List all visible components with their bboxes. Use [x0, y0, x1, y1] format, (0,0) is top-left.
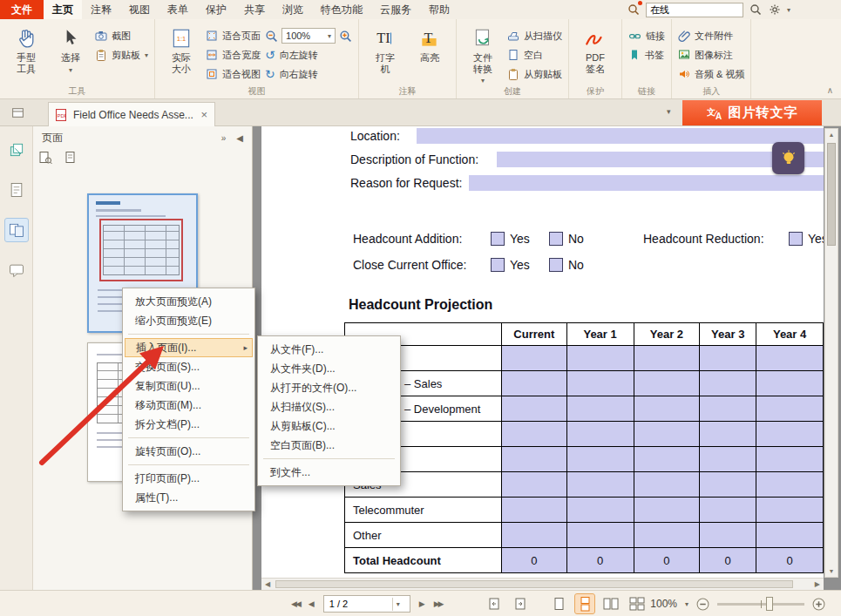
table-cell[interactable]: [566, 371, 634, 396]
bookmarks-panel-icon[interactable]: [5, 179, 28, 201]
zoom-in-icon[interactable]: [339, 30, 352, 43]
menu-item[interactable]: 到文件...: [258, 463, 400, 482]
actual-size-button[interactable]: 1:1 实际大小: [161, 24, 201, 74]
table-cell[interactable]: [700, 447, 756, 472]
table-cell[interactable]: [700, 472, 756, 498]
headcount-addition-no-checkbox[interactable]: [549, 232, 563, 246]
table-cell[interactable]: [634, 498, 700, 523]
tab-view[interactable]: 视图: [120, 0, 159, 19]
clipboard-button[interactable]: 剪贴板 ▾: [95, 47, 148, 63]
highlight-button[interactable]: T 高亮: [410, 24, 450, 64]
menu-item[interactable]: 放大页面预览(A): [123, 292, 254, 311]
table-cell[interactable]: 0: [501, 548, 566, 573]
form-field-location[interactable]: [417, 128, 824, 144]
previous-page-button[interactable]: ◀: [309, 599, 315, 608]
page-indicator-caret-icon[interactable]: ▾: [392, 598, 404, 611]
table-cell[interactable]: [634, 472, 700, 498]
ocr-button[interactable]: 文A 图片转文字: [682, 100, 822, 125]
scroll-down-icon[interactable]: ▼: [825, 568, 838, 574]
table-cell[interactable]: [566, 422, 634, 447]
table-cell[interactable]: [566, 498, 634, 523]
page-indicator-input[interactable]: [324, 599, 392, 609]
layers-panel-icon[interactable]: [5, 139, 28, 161]
comments-panel-icon[interactable]: [5, 259, 28, 281]
page-print-icon[interactable]: [64, 151, 78, 165]
table-cell[interactable]: [756, 396, 824, 422]
headcount-reduction-yes-checkbox[interactable]: [789, 232, 803, 246]
table-cell[interactable]: [566, 472, 634, 498]
menu-item[interactable]: 从打开的文件(O)...: [258, 378, 400, 397]
from-scanner-button[interactable]: 从扫描仪: [507, 28, 562, 44]
blank-page-button[interactable]: 空白: [507, 47, 562, 63]
assistant-lightbulb-button[interactable]: [772, 142, 804, 174]
table-cell[interactable]: [756, 346, 824, 371]
vertical-scrollbar[interactable]: ▲ ▼: [824, 128, 838, 578]
table-cell[interactable]: [501, 498, 566, 523]
convert-button[interactable]: 文件转换 ▾: [463, 24, 503, 85]
table-cell[interactable]: [700, 346, 756, 371]
hand-tool-button[interactable]: 手型工具: [6, 24, 46, 74]
menu-item[interactable]: 插入页面(I)...▸: [125, 338, 253, 357]
table-cell[interactable]: [501, 346, 566, 371]
gear-icon[interactable]: [768, 3, 782, 17]
table-cell[interactable]: 0: [756, 548, 824, 573]
table-cell[interactable]: [756, 422, 824, 447]
menu-item[interactable]: 缩小页面预览(E): [123, 311, 254, 330]
table-cell[interactable]: 0: [700, 548, 756, 573]
thumbnails-panel-icon[interactable]: [5, 219, 28, 241]
table-cell[interactable]: [634, 523, 700, 548]
table-cell[interactable]: 0: [566, 548, 634, 573]
typewriter-button[interactable]: TI 打字机: [365, 24, 405, 74]
table-cell[interactable]: [634, 396, 700, 422]
table-cell[interactable]: [700, 422, 756, 447]
table-cell[interactable]: [501, 371, 566, 396]
menu-item[interactable]: 从文件夹(D)...: [258, 359, 400, 378]
zoom-out-icon[interactable]: [265, 30, 278, 43]
previous-view-icon[interactable]: [485, 594, 504, 613]
zoom-percent[interactable]: 100%: [650, 598, 677, 610]
table-cell[interactable]: [700, 523, 756, 548]
facing-view-icon[interactable]: [601, 594, 621, 613]
zoom-in-button[interactable]: [812, 598, 825, 611]
rotate-left-button[interactable]: ↺ 向左旋转: [265, 47, 352, 63]
table-cell[interactable]: [634, 346, 700, 371]
fit-visible-button[interactable]: 适合视图: [206, 66, 261, 82]
continuous-facing-view-icon[interactable]: [627, 594, 647, 613]
table-cell[interactable]: [634, 422, 700, 447]
rotate-right-button[interactable]: ↻ 向右旋转: [265, 66, 352, 82]
link-button[interactable]: 链接: [628, 28, 665, 44]
table-cell[interactable]: [501, 472, 566, 498]
table-cell[interactable]: 0: [634, 548, 700, 573]
settings-caret-icon[interactable]: ▾: [787, 6, 790, 14]
zoom-slider-handle[interactable]: [766, 597, 773, 611]
menu-item[interactable]: 交换页面(S)...: [123, 357, 254, 376]
search-input[interactable]: [646, 3, 743, 17]
table-cell[interactable]: [501, 523, 566, 548]
scroll-left-icon[interactable]: ◀: [265, 580, 270, 588]
search-highlight-icon[interactable]: [627, 3, 641, 17]
tab-cloud[interactable]: 云服务: [371, 0, 420, 19]
menu-item[interactable]: 从扫描仪(S)...: [258, 397, 400, 416]
pdf-sign-button[interactable]: PDF签名: [575, 24, 615, 74]
menu-item[interactable]: 从剪贴板(C)...: [258, 416, 400, 436]
table-cell[interactable]: [756, 472, 824, 498]
horizontal-scrollbar[interactable]: ◀ ▶: [261, 578, 824, 590]
last-page-button[interactable]: ▶▶: [434, 599, 443, 608]
table-cell[interactable]: [700, 371, 756, 396]
table-cell[interactable]: [700, 396, 756, 422]
form-field-reason[interactable]: [469, 175, 824, 191]
document-tab[interactable]: PDF Field Office Needs Asse... ×: [48, 102, 215, 126]
tab-close-icon[interactable]: ×: [200, 108, 207, 121]
next-page-button[interactable]: ▶: [419, 599, 425, 608]
table-cell[interactable]: [566, 523, 634, 548]
close-office-no-checkbox[interactable]: [549, 258, 563, 272]
tab-protect[interactable]: 保护: [197, 0, 235, 19]
snapshot-button[interactable]: 截图: [95, 28, 148, 44]
menu-item[interactable]: 从文件(F)...: [258, 340, 400, 359]
image-annotation-button[interactable]: 图像标注: [678, 47, 744, 63]
scroll-up-icon[interactable]: ▲: [825, 132, 838, 138]
table-cell[interactable]: [700, 498, 756, 523]
first-page-button[interactable]: ◀◀: [291, 599, 300, 608]
tab-browse[interactable]: 浏览: [274, 0, 312, 19]
table-cell[interactable]: [756, 498, 824, 523]
